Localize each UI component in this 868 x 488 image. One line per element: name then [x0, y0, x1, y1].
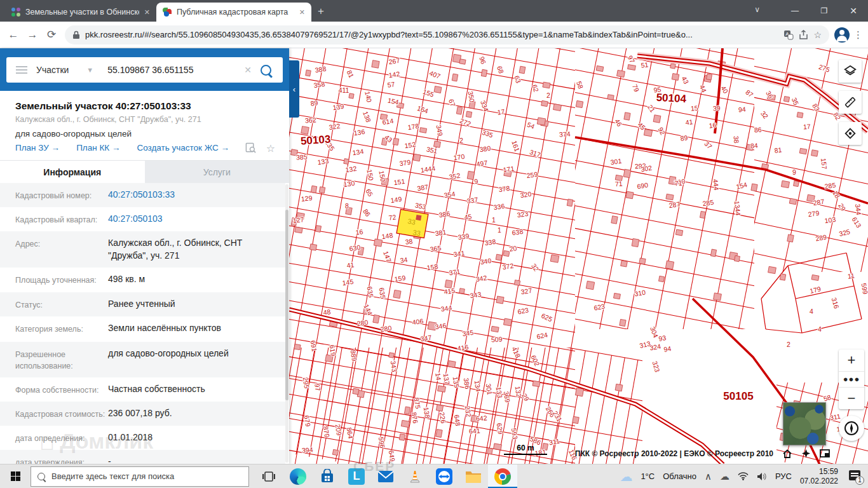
collapse-panel-button[interactable]: ‹: [289, 60, 299, 118]
browser-tab-2[interactable]: Публичная кадастровая карта ✕: [156, 3, 311, 22]
row-label: Кадастровый номер:: [15, 189, 108, 201]
clear-search-icon[interactable]: ✕: [244, 65, 252, 75]
fullscreen-icon[interactable]: [820, 449, 830, 458]
taskbar-explorer-icon[interactable]: [459, 464, 488, 488]
map-search-box[interactable]: Участки ▼ 55.109867 36.651155 ✕: [6, 57, 283, 83]
tray-expand-icon[interactable]: ∧: [705, 471, 712, 482]
zoom-out-button[interactable]: −: [839, 388, 864, 409]
parcel-number-label: 388: [315, 65, 327, 74]
overview-minimap[interactable]: [783, 402, 826, 445]
parcel-number-label: 340: [480, 257, 492, 266]
forward-button[interactable]: →: [23, 29, 42, 41]
weather-icon[interactable]: ☁: [620, 469, 632, 484]
taskbar-mail-icon[interactable]: [371, 464, 400, 488]
window-close-button[interactable]: ✕: [839, 6, 868, 16]
action-link[interactable]: Создать участок ЖС →: [137, 143, 229, 152]
action-link[interactable]: План ЗУ →: [15, 143, 60, 152]
parcel-number-label: 301: [610, 157, 622, 166]
taskbar-search-box[interactable]: Введите здесь текст для поиска: [31, 466, 249, 487]
address-bar[interactable]: pkk.rosreestr.ru/#/search/55.10960850493…: [65, 25, 829, 44]
zoom-more-button[interactable]: ●●●: [839, 371, 864, 388]
parcel-number-label: 327: [520, 287, 532, 295]
parcel-number-label: 39: [712, 104, 721, 112]
action-link[interactable]: План КК →: [76, 143, 120, 152]
translate-icon[interactable]: А: [783, 30, 794, 40]
parcel-number-label: 157: [820, 158, 829, 170]
bookmark-star-icon[interactable]: ☆: [813, 30, 822, 40]
weather-desc[interactable]: Облачно: [663, 471, 696, 481]
parcel-number-label: 38: [405, 237, 413, 246]
tab-services[interactable]: Услуги: [145, 161, 290, 183]
parcel-number-label: 89: [310, 98, 318, 107]
parcel-number-label: 71: [614, 180, 623, 188]
taskbar-teamviewer-icon[interactable]: [430, 464, 459, 488]
browser-menu-icon[interactable]: ⋮: [853, 29, 863, 41]
parcel-number-label: 889: [349, 349, 358, 362]
wifi-icon[interactable]: [738, 472, 749, 480]
parcel-number-label: 226: [438, 412, 447, 424]
menu-hamburger-icon[interactable]: [16, 64, 27, 76]
taskbar-l-app-icon[interactable]: L: [342, 464, 371, 488]
language-indicator[interactable]: РУС: [775, 471, 792, 481]
layers-button[interactable]: [839, 60, 862, 83]
back-button[interactable]: ←: [4, 29, 23, 41]
start-button[interactable]: [0, 464, 31, 488]
parcel-number-label: 9: [792, 168, 796, 176]
search-input[interactable]: 55.109867 36.651155: [107, 65, 244, 75]
taskbar-chrome-icon[interactable]: [488, 464, 517, 488]
parcel-number-label: 322: [329, 122, 341, 131]
parcel-number-label: 385: [296, 152, 308, 161]
parcel-number-label: 301: [485, 383, 494, 395]
taskbar-vlc-icon[interactable]: [400, 464, 430, 488]
domclick-dots-icon: [11, 8, 20, 17]
search-category-select[interactable]: Участки: [36, 65, 69, 75]
locate-point-button[interactable]: [839, 122, 862, 145]
tab-search-chevron-icon[interactable]: ∨: [754, 5, 760, 14]
parcel-number-label: 280: [380, 324, 392, 333]
weather-temp[interactable]: 1°C: [641, 471, 654, 481]
parcel-number-label: 94: [738, 105, 746, 114]
search-icon[interactable]: [261, 65, 271, 76]
home-icon[interactable]: [782, 449, 792, 458]
profile-avatar-icon[interactable]: [834, 27, 850, 43]
zoom-control: + ●●● −: [839, 349, 864, 409]
onedrive-icon[interactable]: ☁: [720, 471, 729, 482]
chevron-down-icon[interactable]: ▼: [86, 66, 93, 74]
row-value[interactable]: 40:27:050103:33: [108, 189, 185, 201]
row-value: Ранее учтенный: [108, 298, 186, 311]
parcel-number-label: 139: [332, 102, 344, 111]
map-attribution: ПКК © Росреестр 2010-2022 | ЕЭКО © Росре…: [575, 449, 830, 458]
parcel-number-label: 380: [479, 144, 491, 153]
favorite-star-icon[interactable]: ☆: [266, 142, 275, 154]
taskbar-store-icon[interactable]: [313, 464, 342, 488]
new-tab-button[interactable]: +: [318, 5, 324, 18]
zoom-in-button[interactable]: +: [839, 349, 864, 371]
cadastral-map[interactable]: 3333388812671425740715535841114015489139…: [289, 48, 868, 464]
volume-icon[interactable]: [757, 472, 767, 481]
row-value: Частная собственность: [108, 383, 215, 396]
reload-button[interactable]: ⟳: [42, 28, 61, 41]
measure-button[interactable]: [839, 91, 862, 114]
window-maximize-button[interactable]: ❐: [810, 6, 839, 15]
share-icon[interactable]: [799, 30, 808, 40]
locate-icon[interactable]: [801, 449, 811, 458]
task-view-button[interactable]: [254, 464, 283, 488]
parcel-number-label: 8: [345, 202, 349, 210]
plan-preview-icon[interactable]: [245, 142, 256, 153]
parcel-address-subtitle: Калужская обл., г. Обнинск, СНТ "Дружба"…: [15, 115, 201, 124]
taskbar-edge-icon[interactable]: [283, 464, 313, 488]
window-minimize-button[interactable]: —: [780, 6, 810, 15]
tab-close-icon[interactable]: ✕: [144, 8, 150, 17]
panel-scrollbar[interactable]: [285, 184, 288, 463]
parcel-number-label: 130: [343, 179, 355, 188]
tab-close-icon[interactable]: ✕: [299, 8, 305, 17]
notification-center-button[interactable]: 1: [846, 470, 862, 483]
browser-tab-1[interactable]: Земельные участки в Обнинске ✕: [5, 3, 156, 22]
parcel-number-label: 870: [322, 426, 331, 438]
tab-information[interactable]: Информация: [0, 161, 145, 183]
row-value: 498 кв. м: [108, 273, 155, 286]
taskbar-clock[interactable]: 15:59 07.02.2022: [800, 467, 838, 486]
compass-button[interactable]: [839, 416, 864, 441]
selected-parcel[interactable]: 3333: [397, 209, 428, 238]
row-value[interactable]: 40:27:050103: [108, 213, 173, 226]
